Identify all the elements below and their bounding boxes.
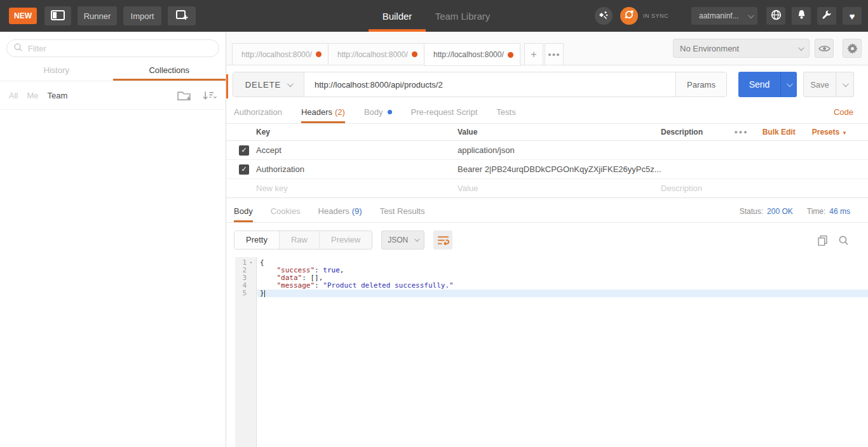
send-options-button[interactable]: [780, 72, 797, 97]
status-label: Status:: [740, 207, 763, 216]
main-panel: http://localhost:8000/ http://localhost:…: [226, 32, 868, 447]
tab-body[interactable]: Body: [364, 101, 392, 123]
new-description-input[interactable]: Description: [661, 183, 868, 193]
sort-button[interactable]: [202, 90, 217, 101]
filter-box: [6, 39, 219, 57]
response-tab-cookies[interactable]: Cookies: [271, 200, 301, 222]
params-button[interactable]: Params: [675, 72, 726, 97]
more-tabs-button[interactable]: ●●●: [545, 43, 564, 65]
import-button[interactable]: Import: [123, 6, 161, 25]
view-preview-button[interactable]: Preview: [320, 231, 372, 249]
column-value: Value: [458, 128, 661, 137]
environment-value: No Environment: [680, 44, 739, 53]
response-body-editor[interactable]: 1▾2345 { "success": true, "data": [], "m…: [226, 257, 868, 447]
format-value: JSON: [388, 236, 408, 244]
code-line[interactable]: "message": "Product deleted successfully…: [257, 282, 868, 290]
request-tabstrip: http://localhost:8000/ http://localhost:…: [226, 32, 868, 65]
notifications-button[interactable]: [792, 7, 811, 25]
scope-all[interactable]: All: [9, 91, 18, 100]
response-tab-test-results[interactable]: Test Results: [380, 200, 425, 222]
search-icon: [13, 43, 23, 55]
eye-icon: [818, 44, 831, 53]
code-line[interactable]: {: [257, 259, 868, 267]
new-window-button[interactable]: [168, 6, 196, 25]
capture-requests-button[interactable]: [595, 7, 613, 25]
sidebar-tabs: History Collections: [0, 61, 226, 81]
response-tab-body[interactable]: Body: [234, 200, 253, 222]
view-pretty-button[interactable]: Pretty: [234, 231, 280, 249]
new-value-input[interactable]: Value: [458, 183, 661, 193]
tab-history[interactable]: History: [0, 61, 113, 81]
header-row-authorization: ✓ Authorization Bearer 2|PB24urqDBDkCPGO…: [226, 160, 868, 179]
response-tab-headers[interactable]: Headers (9): [318, 200, 362, 222]
tab-prerequest-script[interactable]: Pre-request Script: [411, 101, 478, 123]
triangle-down-icon: ▼: [842, 130, 847, 136]
new-key-input[interactable]: New key: [256, 183, 458, 193]
sidebar-toggle-button[interactable]: [44, 6, 71, 25]
tab-team-library[interactable]: Team Library: [431, 0, 494, 32]
header-row-accept: ✓ Accept application/json: [226, 141, 868, 160]
new-button[interactable]: NEW: [9, 8, 37, 24]
response-stats: Status: 200 OK Time: 46 ms: [740, 200, 850, 222]
checkbox-checked[interactable]: ✓: [239, 145, 249, 156]
favorites-button[interactable]: ♥: [843, 7, 862, 25]
method-select[interactable]: DELETE: [233, 72, 304, 97]
tab-headers[interactable]: Headers (2): [301, 101, 345, 123]
header-value-cell[interactable]: application/json: [458, 145, 661, 155]
header-key-cell[interactable]: Authorization: [256, 164, 458, 174]
settings-button[interactable]: [817, 7, 836, 25]
sync-status-button[interactable]: [620, 7, 638, 25]
time-label: Time:: [807, 207, 826, 216]
code-line[interactable]: "success": true,: [257, 267, 868, 274]
sort-icon: [202, 90, 217, 101]
environment-preview-button[interactable]: [815, 39, 834, 58]
tab-collections[interactable]: Collections: [113, 61, 226, 81]
new-folder-button[interactable]: [177, 90, 192, 101]
scope-me[interactable]: Me: [27, 91, 38, 100]
presets-label: Presets: [812, 128, 839, 137]
editor-code[interactable]: { "success": true, "data": [], "message"…: [257, 257, 868, 447]
save-options-button[interactable]: [836, 72, 854, 97]
request-tab-label: http://localhost:8000/: [241, 50, 312, 59]
tab-tests[interactable]: Tests: [496, 101, 515, 123]
tab-headers-label: Headers: [301, 107, 332, 117]
runner-button[interactable]: Runner: [78, 6, 117, 25]
topbar: NEW Runner Import Builder Team Library I…: [0, 0, 868, 32]
status-value: 200 OK: [767, 207, 793, 216]
account-dropdown[interactable]: aatmaninf...: [691, 7, 757, 25]
environment-select[interactable]: No Environment: [673, 39, 810, 58]
header-key-cell[interactable]: Accept: [256, 145, 458, 155]
generate-code-link[interactable]: Code: [834, 101, 853, 123]
filter-input[interactable]: [28, 44, 212, 53]
checkbox-checked[interactable]: ✓: [239, 164, 249, 175]
search-response-button[interactable]: [838, 235, 849, 246]
headers-more-button[interactable]: ●●●: [734, 129, 748, 135]
browse-button[interactable]: [766, 7, 785, 25]
scope-team[interactable]: Team: [48, 91, 68, 100]
bulk-edit-link[interactable]: Bulk Edit: [763, 128, 796, 137]
presets-dropdown[interactable]: Presets▼: [812, 128, 847, 137]
active-request-marker: [226, 74, 228, 98]
add-tab-button[interactable]: +: [524, 43, 543, 65]
url-input[interactable]: [304, 72, 675, 97]
gear-icon: [847, 43, 858, 54]
tab-authorization[interactable]: Authorization: [234, 101, 282, 123]
environment-settings-button[interactable]: [843, 39, 862, 58]
save-button[interactable]: Save: [803, 72, 836, 97]
header-value-cell[interactable]: Bearer 2|PB24urqDBDkCPGOnKqyZXjiFKE26yyP…: [458, 164, 661, 174]
format-select[interactable]: JSON: [381, 230, 424, 250]
method-value: DELETE: [245, 80, 281, 90]
request-tab-2[interactable]: http://localhost:8000/: [328, 43, 424, 65]
unsaved-dot-icon: [412, 51, 417, 57]
copy-response-button[interactable]: [817, 235, 828, 246]
request-tab-label: http://localhost:8000/: [337, 50, 408, 59]
tab-builder[interactable]: Builder: [369, 0, 426, 32]
view-raw-button[interactable]: Raw: [280, 231, 320, 249]
code-line[interactable]: }: [257, 290, 868, 297]
chevron-down-icon: [748, 12, 754, 18]
sidebar: History Collections All Me Team: [0, 32, 226, 447]
send-button[interactable]: Send: [738, 72, 780, 97]
wrap-text-button[interactable]: [433, 230, 452, 250]
request-tab-3-active[interactable]: http://localhost:8000/: [424, 43, 520, 66]
request-tab-1[interactable]: http://localhost:8000/: [232, 43, 329, 65]
